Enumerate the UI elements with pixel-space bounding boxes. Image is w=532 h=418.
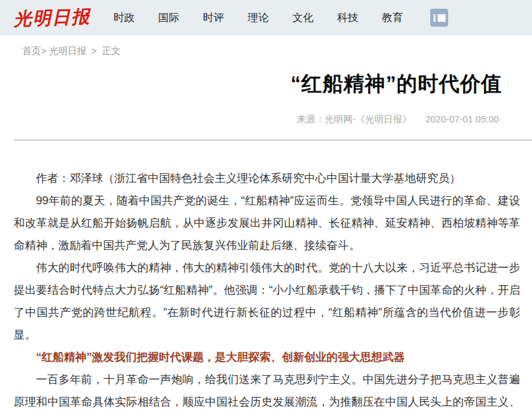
article-source: 来源：光明网-《光明日报》 xyxy=(297,114,412,124)
title-divider xyxy=(14,140,532,140)
article-title: “红船精神”的时代价值 xyxy=(291,70,532,98)
article-paragraph: 伟大的时代呼唤伟大的精神，伟大的精神引领伟大的时代。党的十八大以来，习近平总书记… xyxy=(14,257,520,346)
breadcrumb: 首页> 光明日报 > 正文 xyxy=(0,35,532,57)
article-paragraph: 99年前的夏天，随着中国共产党的诞生，“红船精神”应运而生。党领导中国人民进行的… xyxy=(14,189,520,257)
site-header: 光明日报 时政 国际 时评 理论 文化 科技 教育 xyxy=(0,0,532,35)
breadcrumb-home-link[interactable]: 首页> xyxy=(22,45,47,56)
nav-item-theory[interactable]: 理论 xyxy=(248,11,269,25)
article-body: 作者：邓泽球（浙江省中国特色社会主义理论体系研究中心中国计量大学基地研究员） 9… xyxy=(14,167,520,418)
nav-item-technology[interactable]: 科技 xyxy=(337,11,358,25)
nav-item-politics[interactable]: 时政 xyxy=(114,11,135,25)
nav-item-international[interactable]: 国际 xyxy=(158,11,179,25)
breadcrumb-separator: > xyxy=(91,45,97,56)
breadcrumb-section-link[interactable]: 光明日报 xyxy=(49,45,86,56)
article-publish-time: 2020-07-01 05:00 xyxy=(425,114,498,124)
guangming-daily-logo[interactable]: 光明日报 xyxy=(13,4,102,32)
article-meta: 来源：光明网-《光明日报》 2020-07-01 05:00 xyxy=(297,114,532,125)
menu-button[interactable] xyxy=(430,9,448,27)
breadcrumb-current: 正文 xyxy=(102,45,120,56)
nav-item-commentary[interactable]: 时评 xyxy=(203,11,224,25)
article-paragraph: 一百多年前，十月革命一声炮响，给我们送来了马克思列宁主义。中国先进分子把马克思主… xyxy=(14,368,520,418)
primary-nav: 时政 国际 时评 理论 文化 科技 教育 xyxy=(114,9,448,27)
article-subheading: “红船精神”激发我们把握时代课题，是大胆探索、创新创业的强大思想武器 xyxy=(14,346,520,368)
nav-item-culture[interactable]: 文化 xyxy=(292,11,313,25)
article-page: “红船精神”的时代价值 来源：光明网-《光明日报》 2020-07-01 05:… xyxy=(0,70,532,418)
article-paragraph-author: 作者：邓泽球（浙江省中国特色社会主义理论体系研究中心中国计量大学基地研究员） xyxy=(14,167,520,189)
nav-item-education[interactable]: 教育 xyxy=(382,11,403,25)
list-menu-icon xyxy=(433,14,446,22)
